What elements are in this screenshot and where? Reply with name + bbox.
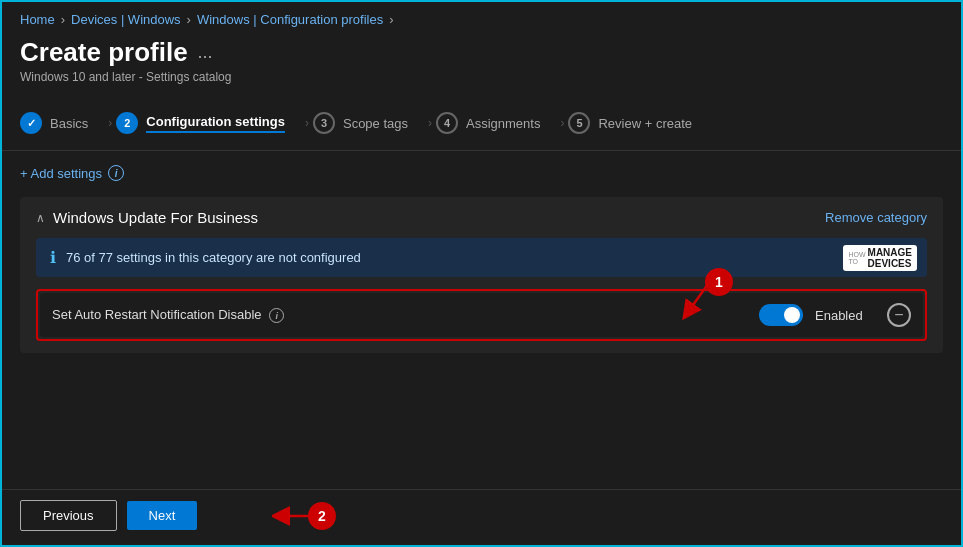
step-assignments[interactable]: 4 Assignments bbox=[436, 106, 556, 140]
add-settings-label: + Add settings bbox=[20, 166, 102, 181]
setting-info-icon[interactable]: i bbox=[269, 308, 284, 323]
breadcrumb-sep2: › bbox=[187, 12, 191, 27]
setting-value: Enabled bbox=[815, 308, 875, 323]
add-settings-button[interactable]: + Add settings i bbox=[20, 165, 943, 181]
watermark: HOW TO MANAGE DEVICES bbox=[843, 245, 917, 271]
step-sep-2: › bbox=[305, 116, 309, 130]
step-sep-4: › bbox=[560, 116, 564, 130]
setting-toggle[interactable] bbox=[759, 304, 803, 326]
page-title: Create profile bbox=[20, 37, 188, 68]
page-menu-icon[interactable]: ... bbox=[198, 42, 213, 63]
info-banner-text: 76 of 77 settings in this category are n… bbox=[66, 250, 361, 265]
setting-label: Set Auto Restart Notification Disable i bbox=[52, 307, 747, 324]
step-label-assignments: Assignments bbox=[466, 116, 540, 131]
page-header: Create profile ... Windows 10 and later … bbox=[2, 33, 961, 96]
toggle-track bbox=[759, 304, 803, 326]
category-header: ∧ Windows Update For Business Remove cat… bbox=[36, 209, 927, 226]
previous-button[interactable]: Previous bbox=[20, 500, 117, 531]
setting-row: Set Auto Restart Notification Disable i … bbox=[40, 293, 923, 337]
chevron-up-icon[interactable]: ∧ bbox=[36, 211, 45, 225]
category-section: ∧ Windows Update For Business Remove cat… bbox=[20, 197, 943, 353]
step-label-scope-tags: Scope tags bbox=[343, 116, 408, 131]
step-sep-1: › bbox=[108, 116, 112, 130]
breadcrumb-config-profiles[interactable]: Windows | Configuration profiles bbox=[197, 12, 383, 27]
setting-remove-button[interactable]: − bbox=[887, 303, 911, 327]
page-subtitle: Windows 10 and later - Settings catalog bbox=[20, 70, 943, 84]
info-banner-icon: ℹ bbox=[50, 248, 56, 267]
remove-category-link[interactable]: Remove category bbox=[825, 210, 927, 225]
wizard-steps: ✓ Basics › 2 Configuration settings › 3 … bbox=[2, 96, 961, 151]
toggle-thumb bbox=[784, 307, 800, 323]
breadcrumb-devices-windows[interactable]: Devices | Windows bbox=[71, 12, 181, 27]
bottom-bar: Previous Next 2 bbox=[2, 489, 961, 545]
step-basics[interactable]: ✓ Basics bbox=[20, 106, 104, 140]
step-circle-1: ✓ bbox=[20, 112, 42, 134]
step-configuration[interactable]: 2 Configuration settings bbox=[116, 106, 301, 140]
step-circle-3: 3 bbox=[313, 112, 335, 134]
breadcrumb-home[interactable]: Home bbox=[20, 12, 55, 27]
step-sep-3: › bbox=[428, 116, 432, 130]
badge-2: 2 bbox=[308, 502, 336, 530]
info-banner: ℹ 76 of 77 settings in this category are… bbox=[36, 238, 927, 277]
step-label-basics: Basics bbox=[50, 116, 88, 131]
category-title: Windows Update For Business bbox=[53, 209, 258, 226]
setting-row-wrapper: Set Auto Restart Notification Disable i … bbox=[36, 289, 927, 341]
step-scope-tags[interactable]: 3 Scope tags bbox=[313, 106, 424, 140]
step-circle-5: 5 bbox=[568, 112, 590, 134]
category-title-row: ∧ Windows Update For Business bbox=[36, 209, 258, 226]
step-circle-2: 2 bbox=[116, 112, 138, 134]
step-label-review-create: Review + create bbox=[598, 116, 692, 131]
content-area: + Add settings i ∧ Windows Update For Bu… bbox=[2, 151, 961, 489]
step-circle-4: 4 bbox=[436, 112, 458, 134]
breadcrumb-sep3: › bbox=[389, 12, 393, 27]
breadcrumb-sep1: › bbox=[61, 12, 65, 27]
category-wrapper: ∧ Windows Update For Business Remove cat… bbox=[20, 197, 943, 353]
step-review-create[interactable]: 5 Review + create bbox=[568, 106, 708, 140]
next-button[interactable]: Next bbox=[127, 501, 198, 530]
add-settings-info-icon[interactable]: i bbox=[108, 165, 124, 181]
breadcrumb: Home › Devices | Windows › Windows | Con… bbox=[2, 2, 961, 33]
step-label-configuration: Configuration settings bbox=[146, 114, 285, 133]
